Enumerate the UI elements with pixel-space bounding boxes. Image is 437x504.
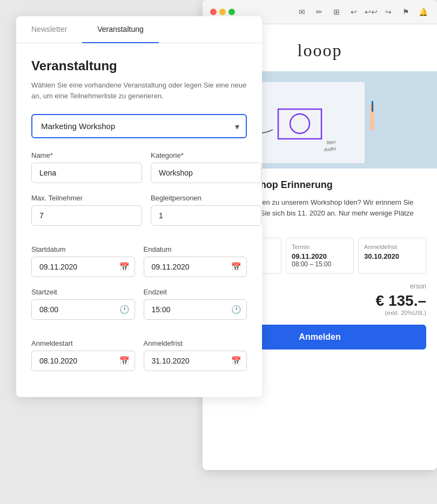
endzeit-input[interactable] bbox=[144, 299, 247, 320]
tab-veranstaltung[interactable]: Veranstaltung bbox=[82, 16, 159, 43]
startzeit-input-wrapper: 🕐 bbox=[31, 299, 135, 320]
zeit-row: Startzeit 🕐 Endzeit 🕐 bbox=[31, 288, 247, 320]
max-teilnehmer-group: Max. Teilnehmer bbox=[31, 194, 142, 226]
flag-icon[interactable]: ⚑ bbox=[399, 5, 412, 18]
startdatum-label: Startdatum bbox=[31, 245, 135, 253]
frist-label: Anmeldefrist bbox=[364, 244, 420, 250]
startzeit-input[interactable] bbox=[31, 299, 135, 320]
name-kategorie-row: Name* Kategorie* bbox=[31, 151, 247, 183]
event-detail-frist: Anmeldefrist 30.10.2020 bbox=[358, 238, 426, 274]
dot-red[interactable] bbox=[210, 9, 217, 15]
anmeldestart-input-wrapper: 📅 bbox=[31, 351, 135, 371]
svg-text:liten: liten bbox=[326, 139, 335, 145]
browser-controls: ✉ ✏ ⊞ ↩ ↩↩ ↪ ⚑ 🔔 bbox=[295, 5, 429, 18]
name-input[interactable] bbox=[31, 163, 142, 183]
teilnehmer-begleit-row: Max. Teilnehmer Begleitpersonen bbox=[31, 194, 247, 226]
termin-time: 08:00 – 15:00 bbox=[292, 260, 348, 268]
enddatum-input-wrapper: 📅 bbox=[144, 257, 247, 277]
anmeldefrist-input-wrapper: 📅 bbox=[144, 351, 247, 371]
termin-label: Termin bbox=[292, 244, 348, 250]
endzeit-input-wrapper: 🕐 bbox=[144, 299, 247, 320]
tab-bar: Newsletter Veranstaltung bbox=[16, 16, 262, 43]
startdatum-input[interactable] bbox=[31, 257, 135, 277]
form-body: Veranstaltung Wählen Sie eine vorhandene… bbox=[16, 43, 262, 397]
dot-green[interactable] bbox=[228, 9, 235, 15]
anmeldefrist-group: Anmeldefrist 📅 bbox=[144, 339, 247, 371]
begleitpersonen-input[interactable] bbox=[151, 205, 261, 226]
kategorie-input[interactable] bbox=[151, 163, 261, 183]
name-group: Name* bbox=[31, 151, 142, 183]
startzeit-label: Startzeit bbox=[31, 288, 135, 296]
anmeldestart-input[interactable] bbox=[31, 351, 135, 371]
reply-all-icon[interactable]: ↩↩ bbox=[365, 5, 378, 18]
frist-date: 30.10.2020 bbox=[364, 252, 420, 260]
endzeit-group: Endzeit 🕐 bbox=[144, 288, 247, 320]
dot-yellow[interactable] bbox=[219, 9, 226, 15]
startdatum-group: Startdatum 📅 bbox=[31, 245, 135, 277]
browser-dots bbox=[210, 9, 235, 15]
svg-rect-7 bbox=[372, 101, 373, 112]
anmeldefrist-label: Anmeldefrist bbox=[144, 339, 247, 347]
begleitpersonen-group: Begleitpersonen bbox=[151, 194, 261, 226]
begleitpersonen-label: Begleitpersonen bbox=[151, 194, 261, 202]
form-panel: Newsletter Veranstaltung Veranstaltung W… bbox=[16, 16, 262, 397]
anmeldestart-group: Anmeldestart 📅 bbox=[31, 339, 135, 371]
kategorie-label: Kategorie* bbox=[151, 151, 261, 159]
anmeldefrist-input[interactable] bbox=[144, 351, 247, 371]
tab-newsletter[interactable]: Newsletter bbox=[16, 16, 82, 43]
event-dropdown-wrapper: Marketing Workshop Neue Veranstaltung ▾ bbox=[31, 114, 247, 138]
kategorie-group: Kategorie* bbox=[151, 151, 261, 183]
enddatum-label: Endatum bbox=[144, 245, 247, 253]
reply-icon[interactable]: ↩ bbox=[347, 5, 360, 18]
event-dropdown[interactable]: Marketing Workshop Neue Veranstaltung bbox=[31, 114, 247, 138]
enddatum-group: Endatum 📅 bbox=[144, 245, 247, 277]
edit-icon[interactable]: ✏ bbox=[313, 5, 326, 18]
grid-icon[interactable]: ⊞ bbox=[330, 5, 343, 18]
termin-date: 09.11.2020 bbox=[292, 252, 348, 260]
endzeit-label: Endzeit bbox=[144, 288, 247, 296]
form-title: Veranstaltung bbox=[31, 58, 247, 73]
forward-icon[interactable]: ↪ bbox=[382, 5, 395, 18]
event-detail-termin: Termin 09.11.2020 08:00 – 15:00 bbox=[286, 238, 354, 274]
startdatum-input-wrapper: 📅 bbox=[31, 257, 135, 277]
startzeit-group: Startzeit 🕐 bbox=[31, 288, 135, 320]
svg-text:dudhr: dudhr bbox=[324, 146, 337, 152]
form-description: Wählen Sie eine vorhandene Veranstaltung… bbox=[31, 80, 247, 101]
max-teilnehmer-input[interactable] bbox=[31, 205, 142, 226]
enddatum-input[interactable] bbox=[144, 257, 247, 277]
max-teilnehmer-label: Max. Teilnehmer bbox=[31, 194, 142, 202]
anmeldestart-label: Anmeldestart bbox=[31, 339, 135, 347]
datum-row: Startdatum 📅 Endatum 📅 bbox=[31, 245, 247, 277]
name-label: Name* bbox=[31, 151, 142, 159]
bell-icon[interactable]: 🔔 bbox=[416, 5, 429, 18]
anmelde-row: Anmeldestart 📅 Anmeldefrist 📅 bbox=[31, 339, 247, 371]
mail-icon[interactable]: ✉ bbox=[295, 5, 308, 18]
